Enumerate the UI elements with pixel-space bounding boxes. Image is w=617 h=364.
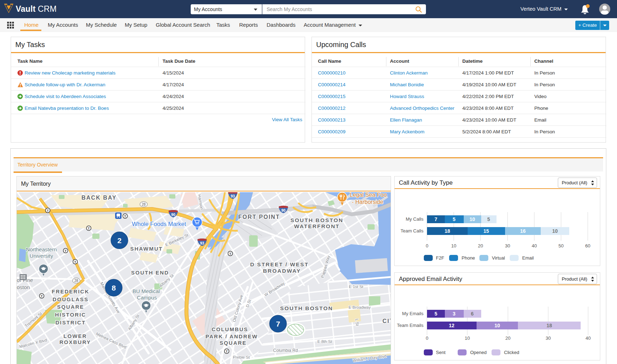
svg-text:Northeastern: Northeastern xyxy=(26,246,57,252)
svg-text:18: 18 xyxy=(444,228,450,234)
svg-text:T: T xyxy=(226,350,228,353)
svg-text:50: 50 xyxy=(559,243,564,248)
svg-text:T: T xyxy=(47,209,49,212)
svg-text:LOWER: LOWER xyxy=(63,333,87,339)
svg-text:My Calls: My Calls xyxy=(406,216,423,222)
svg-text:T: T xyxy=(74,260,76,264)
svg-text:E 8th St: E 8th St xyxy=(318,339,333,344)
svg-text:SOUTH BOSTON: SOUTH BOSTON xyxy=(290,217,344,223)
svg-text:10: 10 xyxy=(552,228,558,234)
svg-text:PARK / ANDREW: PARK / ANDREW xyxy=(206,333,258,339)
svg-text:T: T xyxy=(229,252,231,256)
svg-text:20: 20 xyxy=(505,335,510,341)
svg-text:30: 30 xyxy=(505,243,510,248)
svg-text:40: 40 xyxy=(532,243,537,248)
svg-text:CIT: CIT xyxy=(382,318,391,324)
svg-text:5: 5 xyxy=(453,216,456,222)
svg-text:University: University xyxy=(30,253,53,259)
svg-text:HISTORIC: HISTORIC xyxy=(55,312,86,318)
svg-text:90: 90 xyxy=(281,208,286,212)
svg-text:SOUTH BOSTON: SOUTH BOSTON xyxy=(280,305,333,311)
svg-text:Campus: Campus xyxy=(137,294,157,301)
svg-text:BU Medical: BU Medical xyxy=(133,288,160,294)
svg-text:15: 15 xyxy=(483,228,489,234)
svg-text:DOUGLASS: DOUGLASS xyxy=(52,296,88,302)
svg-text:D STREET / WEST: D STREET / WEST xyxy=(250,261,309,267)
svg-text:Whole Foods Market: Whole Foods Market xyxy=(132,221,186,227)
svg-text:0: 0 xyxy=(426,243,428,248)
svg-text:SQUARE: SQUARE xyxy=(220,340,247,346)
svg-text:12: 12 xyxy=(449,323,454,328)
svg-text:FREDERICK: FREDERICK xyxy=(52,288,89,294)
svg-text:30: 30 xyxy=(546,335,551,341)
svg-text:10: 10 xyxy=(451,243,456,248)
svg-text:5: 5 xyxy=(487,216,490,222)
svg-text:Preble St: Preble St xyxy=(233,355,250,359)
svg-text:10: 10 xyxy=(465,335,470,341)
svg-text:- Harborside: - Harborside xyxy=(352,199,383,205)
svg-text:Sent: Sent xyxy=(436,350,446,355)
svg-text:Email: Email xyxy=(522,255,534,261)
svg-text:2: 2 xyxy=(117,236,122,245)
svg-text:Clicked: Clicked xyxy=(504,350,519,355)
svg-text:T: T xyxy=(41,294,43,298)
svg-text:93: 93 xyxy=(231,194,235,198)
svg-text:90: 90 xyxy=(171,212,175,217)
svg-text:WATERFRONT: WATERFRONT xyxy=(294,223,340,229)
svg-text:E Broadway: E Broadway xyxy=(349,305,371,309)
svg-text:28: 28 xyxy=(142,202,146,206)
svg-text:E 1st St: E 1st St xyxy=(349,284,364,289)
svg-text:6: 6 xyxy=(471,311,474,317)
svg-text:0: 0 xyxy=(426,335,428,341)
svg-text:Phone: Phone xyxy=(462,255,475,261)
svg-text:oston: oston xyxy=(17,284,30,290)
svg-text:F2F: F2F xyxy=(436,255,444,261)
svg-text:COLUMBUS: COLUMBUS xyxy=(212,326,248,332)
svg-text:T: T xyxy=(88,227,90,230)
svg-text:SOUTH END: SOUTH END xyxy=(131,270,169,276)
svg-text:BACK BAY: BACK BAY xyxy=(82,195,117,201)
svg-text:My Emails: My Emails xyxy=(402,311,423,316)
svg-text:L St: L St xyxy=(355,318,360,326)
svg-text:T: T xyxy=(65,249,67,253)
svg-text:5: 5 xyxy=(435,311,437,317)
svg-text:16: 16 xyxy=(520,228,526,234)
svg-text:60: 60 xyxy=(585,243,590,248)
svg-text:7: 7 xyxy=(435,216,437,222)
svg-text:3: 3 xyxy=(453,311,456,317)
svg-text:SHAWMUT: SHAWMUT xyxy=(130,246,163,252)
svg-text:28: 28 xyxy=(74,279,78,283)
svg-text:40: 40 xyxy=(586,335,591,341)
svg-text:Opened: Opened xyxy=(470,350,487,355)
svg-text:Virtual: Virtual xyxy=(492,255,505,261)
svg-text:T: T xyxy=(124,215,126,218)
svg-text:8: 8 xyxy=(112,284,116,292)
svg-text:20: 20 xyxy=(478,243,483,248)
svg-text:Team Emails: Team Emails xyxy=(397,323,424,328)
svg-text:DISTRICT: DISTRICT xyxy=(55,319,86,325)
svg-text:10: 10 xyxy=(494,323,500,328)
svg-text:93: 93 xyxy=(200,241,204,245)
svg-text:Team Calls: Team Calls xyxy=(401,228,424,234)
svg-text:BROADWAY: BROADWAY xyxy=(263,268,301,274)
svg-text:ROXBURY: ROXBURY xyxy=(60,339,91,345)
svg-text:SQUARE: SQUARE xyxy=(57,304,84,310)
svg-text:Legal Sea Foo: Legal Sea Foo xyxy=(350,192,387,198)
svg-text:7: 7 xyxy=(276,320,280,328)
svg-text:FORT POINT: FORT POINT xyxy=(238,214,280,220)
svg-text:18: 18 xyxy=(546,323,552,328)
svg-text:Columbia Rd: Columbia Rd xyxy=(273,348,298,353)
svg-text:10: 10 xyxy=(469,216,475,222)
